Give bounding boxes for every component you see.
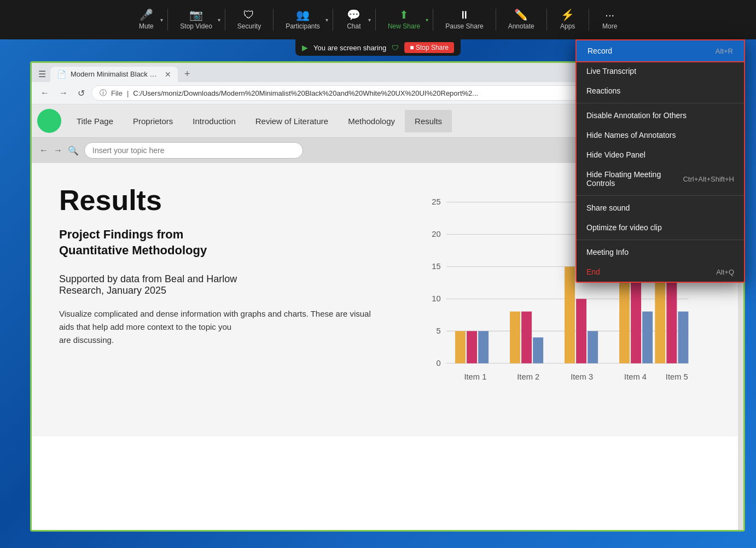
menu-item-end[interactable]: End Alt+Q <box>577 262 744 282</box>
browser-tab[interactable]: 📄 Modern Minimalist Black and W... ✕ <box>50 67 178 82</box>
video-icon: 📷 <box>189 9 203 20</box>
reactions-label: Reactions <box>586 86 734 95</box>
new-share-icon: ⬆ <box>399 9 409 20</box>
tab-close-button[interactable]: ✕ <box>165 70 171 79</box>
tab-methodology[interactable]: Methodology <box>338 110 405 132</box>
toolbar-chat[interactable]: 💬 Chat <box>338 6 370 33</box>
sharing-shield-icon: 🛡 <box>392 44 399 52</box>
toolbar-participants[interactable]: 👥 Participants <box>278 6 328 33</box>
bar-item2-b <box>522 312 532 364</box>
participants-icon: 👥 <box>296 9 310 20</box>
search-refresh-button[interactable]: 🔍 <box>68 145 79 156</box>
toolbar-stop-video[interactable]: 📷 Stop Video <box>172 6 220 33</box>
live-transcript-label: Live Transcript <box>586 67 734 75</box>
record-label: Record <box>588 46 716 55</box>
participants-arrow[interactable]: ▾ <box>325 17 328 23</box>
pause-icon: ⏸ <box>459 9 470 20</box>
tab-introduction[interactable]: Introduction <box>183 110 245 132</box>
toolbar-annotate[interactable]: ✏️ Annotate <box>501 6 542 33</box>
toolbar-new-share[interactable]: ⬆ New Share <box>380 6 428 33</box>
menu-item-optimize-video[interactable]: Optimize for video clip <box>577 218 744 237</box>
search-forward-button[interactable]: → <box>54 145 62 155</box>
menu-item-share-sound[interactable]: Share sound <box>577 198 744 218</box>
chat-icon: 💬 <box>347 9 360 20</box>
results-meta: Supported by data from Beal and HarlowRe… <box>59 273 374 296</box>
menu-item-disable-annotation[interactable]: Disable Annotation for Others <box>577 106 744 125</box>
bar-item3-b <box>577 299 587 363</box>
sep6 <box>433 9 433 31</box>
sep3 <box>273 9 274 31</box>
back-button[interactable]: ← <box>37 86 53 100</box>
toolbar-apps[interactable]: ⚡ Apps <box>551 6 584 33</box>
svg-text:25: 25 <box>432 197 441 206</box>
sep5 <box>375 9 376 31</box>
bar-item5-c <box>678 312 689 364</box>
menu-item-hide-video-panel[interactable]: Hide Video Panel <box>577 145 744 165</box>
tab-title-page[interactable]: Title Page <box>67 110 123 132</box>
bar-item3-a <box>565 266 575 363</box>
menu-sep-3 <box>577 240 744 240</box>
results-desc: Visualize complicated and dense informat… <box>59 307 374 347</box>
hide-floating-shortcut: Ctrl+Alt+Shift+H <box>683 175 734 183</box>
toolbar-security[interactable]: 🛡 Security <box>230 6 269 33</box>
menu-item-meeting-info[interactable]: Meeting Info <box>577 242 744 262</box>
sep8 <box>546 9 547 31</box>
toolbar-mute[interactable]: 🎤 Mute <box>130 6 162 33</box>
results-subtitle: Project Findings fromQuantitative Method… <box>59 227 374 258</box>
tab-proprietors[interactable]: Proprietors <box>123 110 183 132</box>
menu-sep-2 <box>577 195 744 196</box>
sep4 <box>333 9 333 31</box>
hide-floating-label: Hide Floating Meeting Controls <box>586 170 683 188</box>
share-sound-label: Share sound <box>586 203 734 212</box>
chat-label: Chat <box>347 22 360 30</box>
forward-button[interactable]: → <box>56 86 71 100</box>
stop-share-button[interactable]: ■ Stop Share <box>404 42 454 53</box>
svg-text:Item 1: Item 1 <box>464 372 487 381</box>
reload-button[interactable]: ↺ <box>74 86 88 101</box>
video-arrow[interactable]: ▾ <box>218 17 220 23</box>
sharing-text: You are screen sharing <box>313 44 386 52</box>
svg-text:15: 15 <box>432 262 441 271</box>
hide-names-label: Hide Names of Annotators <box>586 131 734 139</box>
menu-item-live-transcript[interactable]: Live Transcript <box>577 61 744 81</box>
mute-arrow[interactable]: ▾ <box>160 17 163 23</box>
search-input[interactable] <box>84 142 303 159</box>
hide-video-panel-label: Hide Video Panel <box>586 150 734 159</box>
menu-sep-1 <box>577 103 744 103</box>
tab-favicon: 📄 <box>57 70 66 79</box>
bar-item1-a <box>456 331 466 363</box>
sep2 <box>225 9 225 31</box>
sep1 <box>167 9 168 31</box>
mute-label: Mute <box>139 22 154 30</box>
toolbar-pause-share[interactable]: ⏸ Pause Share <box>438 6 491 33</box>
sharing-green-dot: ▶ <box>302 43 308 52</box>
pause-share-label: Pause Share <box>445 22 483 30</box>
end-shortcut: Alt+Q <box>716 268 734 276</box>
search-back-button[interactable]: ← <box>39 145 48 155</box>
menu-item-record[interactable]: Record Alt+R <box>575 39 745 62</box>
svg-text:Item 5: Item 5 <box>666 372 688 381</box>
tab-results[interactable]: Results <box>405 110 452 132</box>
content-left: Results Project Findings fromQuantitativ… <box>59 185 374 415</box>
menu-item-hide-names[interactable]: Hide Names of Annotators <box>577 125 744 145</box>
svg-text:Item 3: Item 3 <box>571 372 594 381</box>
svg-text:20: 20 <box>432 230 441 238</box>
more-label: More <box>602 22 617 30</box>
chat-arrow[interactable]: ▾ <box>368 17 371 23</box>
bar-item2-a <box>510 312 521 364</box>
tab-review-of-literature[interactable]: Review of Literature <box>246 110 338 132</box>
security-icon: 🛡 <box>243 9 254 20</box>
apps-label: Apps <box>560 22 575 30</box>
menu-item-hide-floating[interactable]: Hide Floating Meeting Controls Ctrl+Alt+… <box>577 165 744 193</box>
security-label: Security <box>237 22 261 30</box>
toolbar-more[interactable]: ··· More <box>594 6 626 33</box>
new-share-arrow[interactable]: ▾ <box>426 17 428 23</box>
browser-menu-icon[interactable]: ☰ <box>38 69 46 79</box>
mute-icon: 🎤 <box>139 9 153 20</box>
svg-text:5: 5 <box>437 327 441 335</box>
bar-item1-b <box>467 331 478 363</box>
svg-text:Item 4: Item 4 <box>625 372 647 381</box>
nav-circle <box>37 109 61 133</box>
menu-item-reactions[interactable]: Reactions <box>577 81 744 101</box>
new-tab-button[interactable]: + <box>180 66 195 82</box>
